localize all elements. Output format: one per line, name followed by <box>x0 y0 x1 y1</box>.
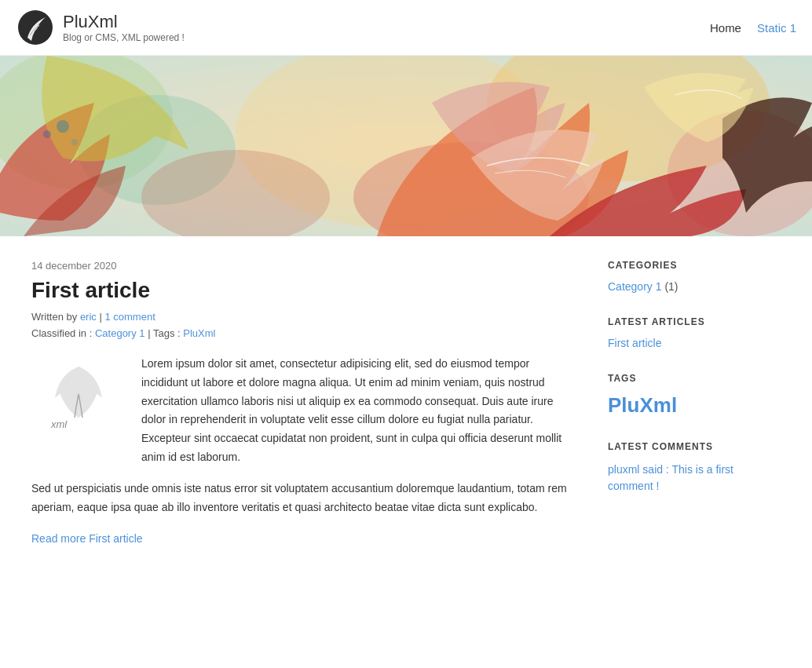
tags-label: | <box>148 327 153 339</box>
article-thumbnail: xml <box>31 355 126 467</box>
sidebar-tag-link[interactable]: PluXml <box>608 393 677 417</box>
sidebar-tags: TAGS PluXml <box>608 373 781 418</box>
sidebar-latest-comments: LATEST COMMENTS pluxml said : This is a … <box>608 441 781 495</box>
sidebar-category-link[interactable]: Category 1 <box>608 280 661 293</box>
main-content: 14 december 2020 First article Written b… <box>31 260 576 545</box>
written-by-label: Written by <box>31 311 80 323</box>
nav-home[interactable]: Home <box>710 21 741 35</box>
thumbnail-svg: xml <box>35 359 122 429</box>
category-item: Category 1 (1) <box>608 280 781 293</box>
logo-area: PluXml Blog or CMS, XML powered ! <box>16 8 185 47</box>
category-link[interactable]: Category 1 <box>95 327 145 339</box>
categories-heading: CATEGORIES <box>608 260 781 271</box>
comment-link[interactable]: 1 comment <box>104 311 155 323</box>
article-taxonomy: Classified in : Category 1 | Tags : PluX… <box>31 327 576 339</box>
nav-static[interactable]: Static 1 <box>757 21 796 35</box>
tags-word-label: Tags : <box>153 327 181 339</box>
svg-point-9 <box>57 120 69 133</box>
article-title: First article <box>31 278 576 303</box>
author-link[interactable]: eric <box>80 311 97 323</box>
banner-svg <box>0 56 812 236</box>
sidebar: CATEGORIES Category 1 (1) LATEST ARTICLE… <box>608 260 781 545</box>
site-title: PluXml <box>63 12 185 32</box>
hero-banner <box>0 56 812 236</box>
category-count: (1) <box>664 280 678 293</box>
site-header: PluXml Blog or CMS, XML powered ! Home S… <box>0 0 812 56</box>
site-title-group: PluXml Blog or CMS, XML powered ! <box>63 12 185 43</box>
article-body-part1: Lorem ipsum dolor sit amet, consectetur … <box>141 355 576 467</box>
svg-text:xml: xml <box>50 418 68 429</box>
article-body-part2: Sed ut perspiciatis unde omnis iste natu… <box>31 480 576 517</box>
site-logo-icon <box>16 8 55 47</box>
site-subtitle: Blog or CMS, XML powered ! <box>63 32 185 43</box>
sidebar-categories: CATEGORIES Category 1 (1) <box>608 260 781 293</box>
latest-articles-heading: LATEST ARTICLES <box>608 316 781 327</box>
classified-label: Classified in : <box>31 327 92 339</box>
article-meta: Written by eric | 1 comment <box>31 311 576 323</box>
svg-point-11 <box>71 139 78 145</box>
main-nav: Home Static 1 <box>710 21 796 35</box>
sidebar-comment-link[interactable]: pluxml said : This is a first comment ! <box>608 463 733 492</box>
svg-point-10 <box>43 130 51 138</box>
article-body-with-thumb: xml Lorem ipsum dolor sit amet, consecte… <box>31 355 576 467</box>
tags-heading: TAGS <box>608 373 781 384</box>
read-more-link[interactable]: Read more First article <box>31 532 143 545</box>
latest-comments-heading: LATEST COMMENTS <box>608 441 781 452</box>
sidebar-latest-articles: LATEST ARTICLES First article <box>608 316 781 349</box>
article-tag-link[interactable]: PluXml <box>183 327 215 339</box>
content-wrapper: 14 december 2020 First article Written b… <box>0 236 812 568</box>
article-date: 14 december 2020 <box>31 260 576 272</box>
sidebar-latest-article-link[interactable]: First article <box>608 337 661 349</box>
